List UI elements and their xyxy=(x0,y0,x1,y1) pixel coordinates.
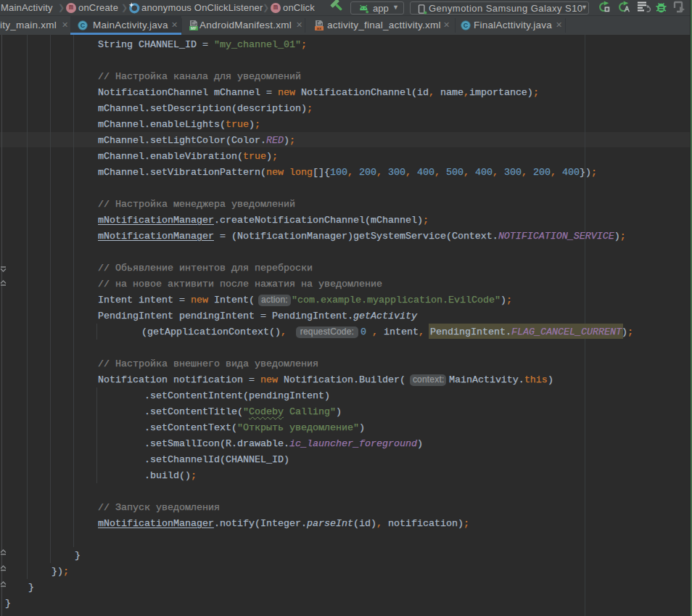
svg-text:MF: MF xyxy=(191,26,197,30)
svg-text:C: C xyxy=(464,22,469,29)
svg-text:ax: ax xyxy=(317,26,322,30)
svg-text:C: C xyxy=(81,22,86,29)
